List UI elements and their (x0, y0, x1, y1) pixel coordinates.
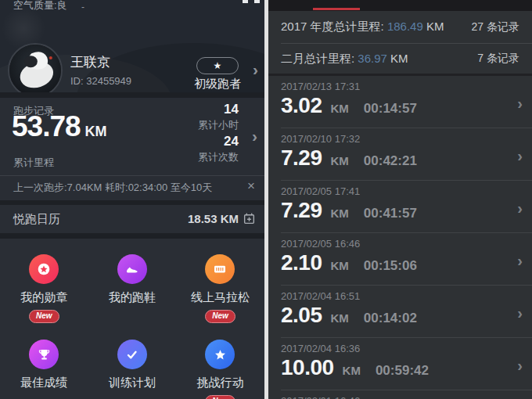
record-duration: 00:14:02 (364, 311, 417, 326)
record-datetime: 2017/02/04 16:36 (281, 343, 360, 354)
total-count-label: 累计次数 (198, 149, 239, 165)
trophy-icon (29, 340, 59, 369)
menu-label: 线上马拉松 (191, 290, 250, 305)
last-run-banner: 上一次跑步:7.04KM 耗时:02:34:00 至今10天 (13, 181, 212, 195)
record-datetime: 2017/02/04 16:51 (281, 290, 360, 302)
menu-label: 我的跑鞋 (109, 290, 156, 305)
record-datetime: 2017/02/10 17:32 (281, 133, 360, 145)
close-icon[interactable]: × (247, 178, 255, 194)
finish-ribbon-icon (205, 254, 235, 284)
check-icon (117, 340, 147, 369)
menu-label: 最佳成绩 (20, 376, 67, 390)
total-distance-value: 53.78 (12, 110, 81, 143)
record-duration: 00:15:06 (364, 258, 417, 274)
chevron-right-icon[interactable]: › (517, 200, 523, 217)
menu-grid: 我的勋章 New 我的跑鞋 (0, 239, 264, 399)
record-distance: 3.02 (281, 93, 322, 118)
record-main: 10.00 KM 00:59:42 (281, 355, 429, 380)
menu-item-training-plan[interactable]: 训练计划 (88, 340, 177, 399)
star-icon: ★ (214, 61, 222, 70)
record-unit: KM (331, 311, 349, 325)
record-duration: 00:42:21 (364, 153, 417, 169)
calendar-distance: 18.53 KM (188, 212, 239, 225)
menu-item-online-marathon[interactable]: 线上马拉松 New (176, 239, 264, 340)
clipped-status-icon (243, 0, 260, 4)
stats-chevron-icon[interactable]: › (252, 128, 257, 144)
record-datetime: 2017/02/01 16:46 (281, 395, 360, 399)
record-unit: KM (331, 207, 349, 220)
record-distance: 2.10 (281, 250, 322, 275)
record-distance: 7.29 (281, 198, 322, 223)
record-datetime: 2017/02/05 17:41 (281, 185, 360, 197)
records-panel: 2017 年度总计里程: 186.49 KM 27 条记录 二月总计里程: 36… (268, 0, 532, 399)
chevron-right-icon[interactable]: › (517, 147, 523, 165)
record-unit: KM (343, 364, 361, 377)
record-row[interactable]: 2017/02/05 17:41 7.29 KM 00:41:57 › (268, 181, 532, 233)
year-record-count: 27 条记录 (472, 20, 519, 34)
active-tab-indicator (313, 8, 360, 10)
menu-label: 挑战行动 (196, 376, 243, 390)
weather-dash: - (81, 2, 84, 13)
record-datetime: 2017/02/05 16:46 (281, 238, 360, 250)
user-name: 王联京 (70, 53, 110, 71)
year-total-value: 186.49 (387, 20, 423, 33)
profile-panel: 空气质量:良 - 王联京 ID: 3245594 (0, 0, 264, 399)
record-row[interactable]: 2017/02/04 16:36 10.00 KM 00:59:42 › (268, 338, 532, 390)
menu-item-challenge[interactable]: 挑战行动 New (176, 340, 264, 399)
record-row[interactable]: 2017/02/10 17:32 7.29 KM 00:42:21 › (268, 128, 532, 181)
menu-item-medals[interactable]: 我的勋章 New (0, 239, 88, 340)
calendar-add-icon[interactable] (243, 212, 256, 228)
chevron-right-icon[interactable]: › (517, 95, 523, 113)
star-icon (205, 340, 235, 369)
record-duration: 00:41:57 (364, 206, 417, 221)
record-row[interactable]: 2017/02/01 16:46 (268, 390, 532, 399)
new-badge: New (205, 310, 235, 323)
menu-item-shoes[interactable]: 我的跑鞋 (88, 239, 177, 340)
divider (0, 92, 264, 98)
new-badge: New (29, 310, 59, 323)
record-unit: KM (331, 102, 349, 115)
total-distance: 53.78 KM (12, 110, 107, 143)
total-hours-value: 14 (198, 101, 239, 117)
app-screen: 空气质量:良 - 王联京 ID: 3245594 (0, 0, 532, 399)
avatar[interactable] (8, 43, 63, 95)
total-distance-label: 累计里程 (13, 156, 54, 170)
record-unit: KM (331, 154, 349, 167)
level-label: 初级跑者 (188, 77, 247, 92)
total-distance-unit: KM (85, 124, 107, 140)
record-main: 7.29 KM 00:41:57 (281, 198, 417, 223)
run-calendar-row[interactable]: 悦跑日历 18.53 KM (0, 205, 264, 233)
record-distance: 2.05 (281, 303, 322, 328)
medal-icon (29, 254, 59, 284)
year-summary-text: 2017 年度总计里程: 186.49 KM (281, 20, 444, 34)
menu-label: 我的勋章 (20, 290, 67, 305)
record-main: 2.10 KM 00:15:06 (281, 250, 417, 275)
total-count-value: 24 (198, 133, 239, 149)
record-row[interactable]: 2017/02/04 16:51 2.05 KM 00:14:02 › (268, 286, 532, 338)
record-row[interactable]: 2017/02/05 16:46 2.10 KM 00:15:06 › (268, 233, 532, 286)
total-hours-label: 累计小时 (198, 117, 239, 133)
menu-item-best-results[interactable]: 最佳成绩 (0, 340, 88, 399)
user-id: ID: 32455949 (70, 75, 131, 87)
month-summary-text: 二月总计里程: 36.97 KM (281, 52, 408, 66)
record-main: 3.02 KM 00:14:57 (281, 93, 417, 118)
calendar-label: 悦跑日历 (13, 212, 60, 227)
month-record-count: 7 条记录 (477, 52, 519, 66)
month-total-value: 36.97 (358, 52, 387, 65)
divider (0, 175, 264, 176)
stats-secondary: 14 累计小时 24 累计次数 (198, 101, 239, 165)
record-main: 2.05 KM 00:14:02 (281, 303, 417, 328)
record-row[interactable]: 2017/02/13 17:31 3.02 KM 00:14:57 › (268, 76, 532, 128)
divider (0, 233, 264, 239)
run-stats-card[interactable]: 跑步记录 53.78 KM 累计里程 14 累计小时 24 累计次数 › 上一次… (0, 98, 264, 200)
level-badge[interactable]: ★ (196, 57, 239, 74)
chevron-right-icon[interactable]: › (517, 252, 523, 270)
record-distance: 10.00 (281, 355, 334, 380)
profile-chevron-icon[interactable]: › (253, 61, 258, 77)
chevron-right-icon[interactable]: › (517, 304, 523, 322)
year-summary-row: 2017 年度总计里程: 186.49 KM 27 条记录 (268, 11, 532, 43)
tab-bar (268, 0, 532, 11)
record-datetime: 2017/02/13 17:31 (281, 81, 360, 92)
chevron-right-icon[interactable]: › (517, 357, 523, 375)
record-unit: KM (331, 259, 349, 272)
